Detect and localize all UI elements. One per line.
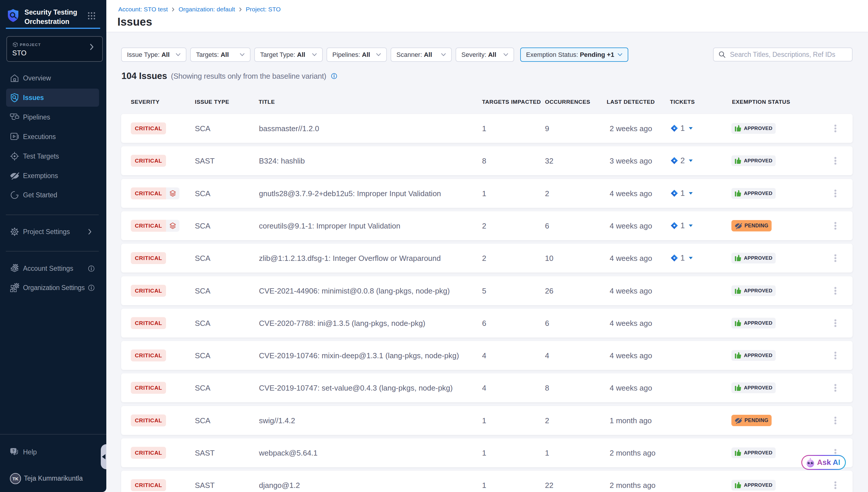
svg-text:?: ?	[12, 448, 15, 453]
